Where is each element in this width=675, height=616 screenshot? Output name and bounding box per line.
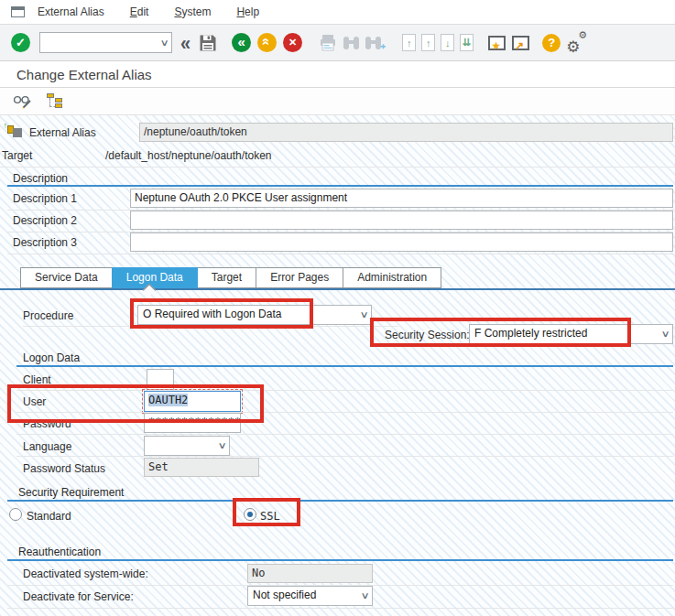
procedure-label: Procedure bbox=[23, 309, 73, 322]
radio-ssl-label: SSL bbox=[260, 510, 280, 523]
arrow-up-right-icon: ↗ bbox=[515, 40, 524, 51]
password-label: Password bbox=[23, 417, 71, 430]
find-icon bbox=[343, 35, 360, 51]
target-label: Target bbox=[2, 149, 32, 162]
external-alias-label: External Alias bbox=[29, 126, 96, 139]
tab-underline bbox=[0, 288, 675, 290]
divider bbox=[0, 167, 675, 168]
language-select[interactable]: ∨ bbox=[144, 436, 230, 456]
client-input[interactable] bbox=[147, 369, 174, 390]
menu-external-alias[interactable]: External Alias bbox=[25, 5, 117, 18]
menu-edit[interactable]: Edit bbox=[117, 5, 162, 18]
logon-data-group-underline bbox=[16, 365, 673, 367]
menu-system[interactable]: System bbox=[161, 5, 223, 18]
find-next-icon bbox=[365, 35, 386, 51]
star-icon: ★ bbox=[491, 40, 501, 51]
security-requirement-underline bbox=[7, 500, 673, 502]
chevron-down-icon[interactable]: ∨ bbox=[217, 441, 226, 450]
row-divider bbox=[23, 326, 398, 327]
hide-command-icon[interactable]: « bbox=[180, 33, 191, 53]
client-label: Client bbox=[23, 373, 51, 386]
description-group-underline bbox=[7, 185, 673, 187]
chevron-down-icon[interactable]: ∨ bbox=[360, 591, 369, 600]
save-icon[interactable] bbox=[199, 34, 217, 52]
customize-layout-icon[interactable]: ⚙⚙ bbox=[566, 33, 586, 53]
security-session-label: Security Session: bbox=[385, 329, 470, 341]
enter-check-icon[interactable]: ✓ bbox=[11, 33, 30, 52]
security-requirement-group-title: Security Requirement bbox=[18, 486, 124, 499]
row-divider bbox=[16, 390, 673, 391]
description-2-label: Description 2 bbox=[13, 214, 77, 227]
cancel-icon[interactable]: ✕ bbox=[283, 33, 302, 52]
tab-target[interactable]: Target bbox=[197, 267, 256, 288]
procedure-value: O Required with Logon Data bbox=[143, 308, 281, 320]
create-session-icon[interactable]: ★ bbox=[488, 36, 506, 50]
print-icon bbox=[319, 34, 337, 51]
description-1-input[interactable]: Neptune OAuth 2.0 PKCE User assignment bbox=[130, 189, 673, 208]
chevron-down-icon[interactable]: ∨ bbox=[159, 38, 169, 47]
security-session-select[interactable]: F Completely restricted ∨ bbox=[469, 324, 673, 344]
row-divider bbox=[16, 412, 673, 413]
logon-data-group-title: Logon Data bbox=[23, 351, 80, 364]
display-change-glasses-icon[interactable] bbox=[13, 93, 32, 109]
standard-toolbar: ✓ ∨ « « « ✕ ↑ ↑ ↓ ⇊ ★ ↗ ? ⚙⚙ bbox=[0, 25, 675, 61]
row-divider bbox=[16, 434, 673, 435]
tab-service-data[interactable]: Service Data bbox=[20, 267, 113, 288]
system-menu-icon[interactable] bbox=[11, 6, 25, 17]
last-page-icon: ⇊ bbox=[460, 34, 474, 51]
description-1-label: Description 1 bbox=[13, 192, 77, 205]
password-status-field: Set bbox=[144, 458, 259, 477]
deactivated-system-wide-field: No bbox=[247, 564, 373, 583]
chevron-down-icon[interactable]: ∨ bbox=[359, 310, 368, 319]
row-divider bbox=[7, 608, 673, 609]
deactivate-for-service-label: Deactivate for Service: bbox=[23, 590, 134, 603]
description-group-title: Description bbox=[13, 172, 68, 185]
description-3-input[interactable] bbox=[130, 232, 673, 252]
radio-ssl[interactable] bbox=[244, 508, 256, 521]
exit-icon[interactable]: « bbox=[257, 33, 277, 52]
hierarchy-icon[interactable] bbox=[47, 93, 63, 109]
menu-bar: External Alias Edit System Help bbox=[0, 0, 675, 25]
menu-help[interactable]: Help bbox=[223, 5, 272, 18]
tab-administration[interactable]: Administration bbox=[343, 267, 441, 288]
user-input[interactable]: OAUTH2 bbox=[144, 391, 241, 412]
chevron-down-icon[interactable]: ∨ bbox=[660, 330, 670, 339]
external-alias-value-field: /neptune/oauth/token bbox=[139, 123, 673, 142]
description-3-label: Description 3 bbox=[13, 236, 77, 249]
password-status-label: Password Status bbox=[23, 462, 105, 475]
command-input[interactable] bbox=[40, 33, 150, 52]
command-field[interactable]: ∨ bbox=[39, 32, 172, 53]
radio-standard-label: Standard bbox=[27, 510, 71, 523]
deactivate-for-service-value: Not specified bbox=[253, 589, 316, 601]
tab-logon-data[interactable]: Logon Data bbox=[112, 267, 198, 288]
procedure-select[interactable]: O Required with Logon Data ∨ bbox=[137, 305, 372, 325]
description-2-input[interactable] bbox=[130, 211, 673, 230]
row-divider bbox=[16, 456, 673, 457]
page-title: Change External Alias bbox=[16, 67, 152, 82]
row-divider bbox=[7, 254, 673, 254]
tab-strip: Service Data Logon Data Target Error Pag… bbox=[21, 267, 441, 288]
create-shortcut-icon[interactable]: ↗ bbox=[512, 36, 529, 50]
first-page-icon: ↑ bbox=[402, 34, 416, 51]
radio-standard[interactable] bbox=[9, 508, 22, 521]
tab-error-pages[interactable]: Error Pages bbox=[256, 267, 343, 288]
security-session-value: F Completely restricted bbox=[474, 327, 587, 340]
title-bar: Change External Alias bbox=[0, 61, 675, 88]
help-icon[interactable]: ? bbox=[542, 34, 561, 52]
target-value: /default_host/neptune/oauth/token bbox=[105, 149, 271, 162]
user-value: OAUTH2 bbox=[148, 394, 188, 406]
user-label: User bbox=[23, 395, 46, 408]
sap-gui-window: External Alias Edit System Help ✓ ∨ « « … bbox=[0, 0, 675, 616]
page-down-icon: ↓ bbox=[441, 34, 454, 51]
language-label: Language bbox=[23, 440, 71, 453]
application-toolbar bbox=[0, 88, 675, 115]
deactivated-system-wide-label: Deactivated system-wide: bbox=[23, 567, 148, 580]
reauthentication-group-title: Reauthentication bbox=[18, 546, 101, 558]
reauthentication-underline bbox=[7, 559, 673, 561]
password-input[interactable]: ************** bbox=[144, 413, 241, 433]
back-icon[interactable]: « bbox=[232, 33, 251, 52]
page-up-icon: ↑ bbox=[421, 34, 435, 51]
deactivate-for-service-select[interactable]: Not specified ∨ bbox=[247, 586, 373, 606]
